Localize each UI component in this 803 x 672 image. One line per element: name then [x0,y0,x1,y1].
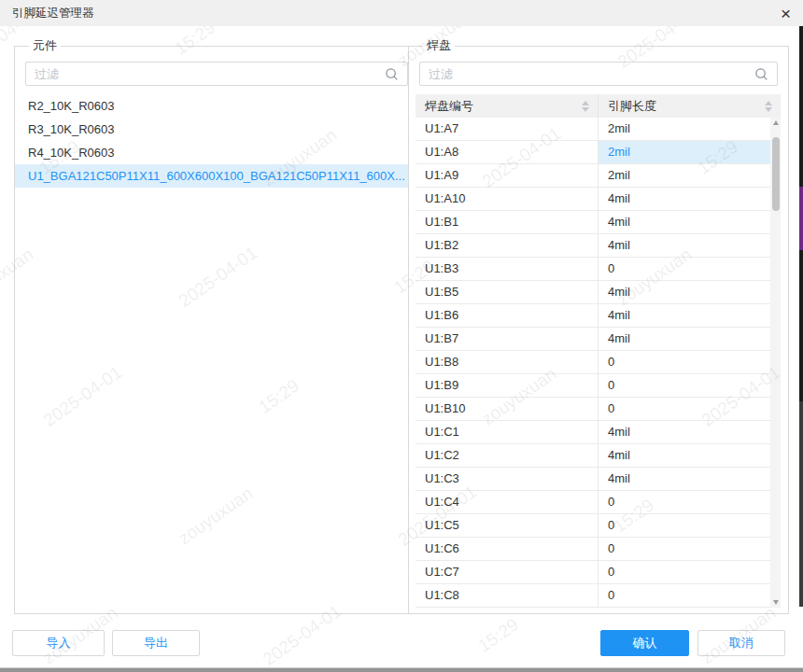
sort-asc-icon[interactable] [582,101,589,105]
pin-length-cell[interactable]: 0 [599,374,770,397]
pin-length-cell[interactable]: 0 [599,258,770,280]
pin-length-cell[interactable]: 0 [599,351,770,373]
scroll-up-icon[interactable] [773,120,779,125]
pad-number-cell[interactable]: U1:B5 [416,281,599,303]
pad-number-cell[interactable]: U1:B6 [416,304,599,327]
pad-number-cell[interactable]: U1:C5 [416,514,599,537]
table-row[interactable]: U1:B100 [416,398,770,421]
pad-number-cell[interactable]: U1:A8 [416,141,599,163]
pad-number-cell[interactable]: U1:B7 [416,328,599,350]
pads-filter-box[interactable] [419,62,778,86]
table-row[interactable]: U1:C14mil [416,421,770,444]
pin-length-cell[interactable]: 4mil [599,188,770,210]
scroll-down-icon[interactable] [773,600,779,605]
table-row[interactable]: U1:C40 [416,491,770,514]
column-header-pin-length[interactable]: 引脚长度 [599,94,781,118]
pad-number-cell[interactable]: U1:A7 [416,118,599,140]
confirm-button[interactable]: 确认 [600,630,689,656]
scrollbar-thumb[interactable] [772,137,780,211]
pin-length-cell[interactable]: 0 [599,584,770,607]
pad-number-cell[interactable]: U1:A9 [416,164,599,187]
pin-length-cell[interactable]: 4mil [599,211,770,233]
table-row[interactable]: U1:C70 [416,561,770,584]
components-filter-box[interactable] [25,62,408,86]
pad-number-cell[interactable]: U1:C1 [416,421,599,443]
pin-length-cell[interactable]: 4mil [599,328,770,350]
column-header-label: 焊盘编号 [416,98,582,115]
pin-length-cell[interactable]: 4mil [599,421,770,443]
table-row[interactable]: U1:B90 [416,374,770,398]
dialog-titlebar: 引脚延迟管理器 × [0,0,803,26]
pin-length-cell[interactable]: 0 [599,561,770,583]
pad-number-cell[interactable]: U1:B10 [416,398,599,420]
pad-number-cell[interactable]: U1:C4 [416,491,599,513]
pads-filter-input[interactable] [429,67,754,81]
export-button[interactable]: 导出 [112,630,200,656]
table-row[interactable]: U1:B24mil [416,234,770,258]
pin-length-cell[interactable]: 4mil [599,444,770,467]
list-item[interactable]: R3_10K_R0603 [15,118,418,141]
sort-desc-icon[interactable] [765,107,772,112]
table-row[interactable]: U1:A104mil [416,188,770,211]
table-row[interactable]: U1:A82mil [416,141,770,164]
cancel-button[interactable]: 取消 [697,630,785,656]
pad-number-cell[interactable]: U1:B9 [416,374,599,397]
table-row[interactable]: U1:C50 [416,514,770,538]
column-header-label: 引脚长度 [599,98,765,115]
table-row[interactable]: U1:C34mil [416,468,770,491]
pin-length-cell[interactable]: 4mil [599,304,770,327]
pin-length-cell[interactable]: 4mil [599,281,770,303]
pin-length-cell[interactable]: 0 [599,491,770,513]
pad-number-cell[interactable]: U1:B8 [416,351,599,373]
pad-number-cell[interactable]: U1:B2 [416,234,599,257]
watermark-text: 15:29 [474,614,523,656]
pad-number-cell[interactable]: U1:C8 [416,584,599,607]
components-panel: 元件 R2_10K_R0603R3_10K_R0603R4_10K_R0603U… [14,37,419,614]
sort-desc-icon[interactable] [582,107,589,112]
table-row[interactable]: U1:B74mil [416,328,770,351]
search-icon [385,67,399,81]
table-row[interactable]: U1:B64mil [416,304,770,328]
table-row[interactable]: U1:B80 [416,351,770,374]
pin-length-cell[interactable]: 0 [599,538,770,560]
pads-panel-legend: 焊盘 [423,37,455,54]
column-header-pad-number[interactable]: 焊盘编号 [416,94,599,118]
table-row[interactable]: U1:C60 [416,538,770,561]
pin-length-cell[interactable]: 0 [599,398,770,420]
search-icon [754,67,768,81]
pad-number-cell[interactable]: U1:C7 [416,561,599,583]
pin-length-cell[interactable]: 0 [599,514,770,537]
pads-panel: 焊盘 焊盘编号 引脚长度 [408,37,789,614]
table-row[interactable]: U1:B54mil [416,281,770,304]
pin-length-cell[interactable]: 2mil [599,164,770,187]
table-row[interactable]: U1:B14mil [416,211,770,234]
pin-length-cell[interactable]: 4mil [599,234,770,257]
table-row[interactable]: U1:C80 [416,584,770,608]
pad-table-header: 焊盘编号 引脚长度 [416,94,781,118]
pad-number-cell[interactable]: U1:B3 [416,258,599,280]
pad-number-cell[interactable]: U1:C3 [416,468,599,490]
pad-number-cell[interactable]: U1:C2 [416,444,599,467]
pad-table-body: U1:A72milU1:A82milU1:A92milU1:A104milU1:… [416,118,781,608]
pin-length-cell[interactable]: 2mil [599,118,770,140]
pad-number-cell[interactable]: U1:A10 [416,188,599,210]
table-row[interactable]: U1:B30 [416,258,770,281]
list-item[interactable]: R2_10K_R0603 [15,94,418,118]
vertical-scrollbar[interactable] [770,118,781,608]
components-filter-input[interactable] [35,67,385,81]
sort-icons[interactable] [765,101,772,112]
table-row[interactable]: U1:C24mil [416,444,770,468]
sort-icons[interactable] [582,101,589,112]
table-row[interactable]: U1:A72mil [416,118,770,141]
pin-length-cell[interactable]: 4mil [599,468,770,490]
list-item[interactable]: R4_10K_R0603 [15,141,418,164]
close-icon[interactable]: × [781,5,791,22]
dialog-bottom-shadow [0,667,803,672]
sort-asc-icon[interactable] [765,101,772,105]
list-item[interactable]: U1_BGA121C50P11X11_600X600X100_BGA121C50… [15,164,418,188]
import-button[interactable]: 导入 [12,630,105,656]
table-row[interactable]: U1:A92mil [416,164,770,188]
pad-number-cell[interactable]: U1:B1 [416,211,599,233]
pad-number-cell[interactable]: U1:C6 [416,538,599,560]
pin-length-cell[interactable]: 2mil [599,141,770,163]
